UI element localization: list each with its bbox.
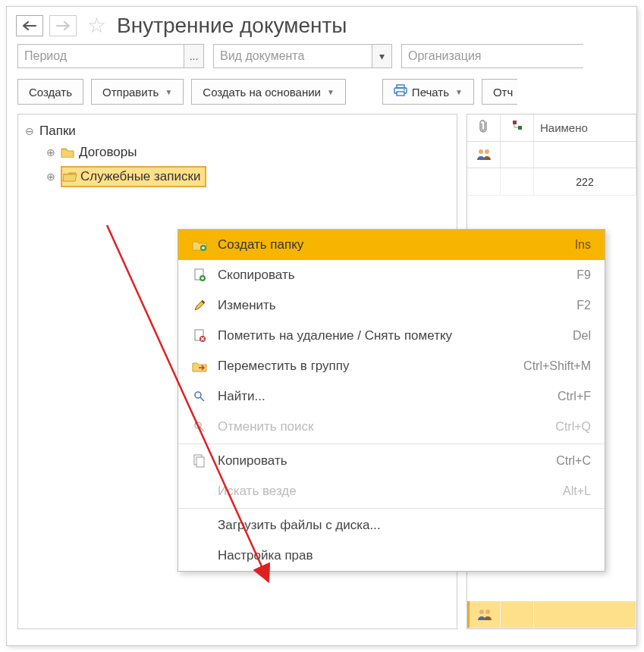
svg-point-15 [195, 392, 201, 398]
menu-copy-clipboard[interactable]: Копировать Ctrl+C [178, 446, 605, 476]
page-title: Внутренние документы [117, 14, 347, 38]
chevron-down-icon: ▼ [165, 88, 172, 96]
svg-point-8 [479, 610, 484, 614]
menu-search-everywhere: Искать везде Alt+L [178, 476, 605, 506]
copy-icon [192, 454, 207, 468]
menu-create-folder[interactable]: Создать папку Ins [178, 230, 605, 260]
create-button[interactable]: Создать [17, 79, 83, 105]
svg-point-3 [404, 89, 405, 90]
status-tree-icon [511, 120, 523, 136]
report-button[interactable]: Отч [482, 79, 517, 105]
chevron-down-icon: ▼ [455, 88, 463, 96]
column-name-header[interactable]: Наимено [534, 114, 636, 141]
svg-rect-2 [397, 92, 404, 96]
printer-icon [394, 84, 407, 100]
doctype-dropdown-button[interactable]: ▾ [372, 44, 392, 68]
svg-point-9 [485, 610, 490, 614]
tree-node-memos[interactable]: ⊕ Служебные записки [44, 163, 452, 190]
list-row[interactable] [467, 601, 636, 628]
tree-root-folders[interactable]: ⊖ Папки [23, 121, 452, 142]
period-input[interactable]: Период [17, 44, 184, 68]
svg-rect-4 [513, 121, 517, 124]
menu-rights-settings[interactable]: Настройка прав [178, 541, 605, 571]
menu-mark-delete[interactable]: Пометить на удаление / Снять пометку Del [178, 321, 605, 351]
menu-move-to-group[interactable]: Переместить в группу Ctrl+Shift+M [178, 351, 605, 381]
column-status[interactable] [501, 114, 534, 141]
nav-forward-button[interactable] [49, 15, 77, 36]
menu-copy-object[interactable]: Скопировать F9 [178, 260, 605, 290]
page-add-icon [192, 268, 207, 282]
print-button[interactable]: Печать▼ [382, 79, 474, 105]
paperclip-icon [479, 119, 489, 136]
svg-point-6 [479, 149, 483, 154]
folder-context-menu: Создать папку Ins Скопировать F9 Изменит… [177, 229, 605, 572]
create-based-on-button[interactable]: Создать на основании▼ [191, 79, 346, 105]
period-picker-button[interactable]: ... [184, 44, 204, 68]
send-button[interactable]: Отправить▼ [91, 79, 184, 105]
search-icon [192, 390, 207, 403]
column-attachment[interactable] [467, 114, 501, 141]
chevron-down-icon: ▼ [327, 88, 335, 96]
svg-rect-18 [196, 457, 204, 467]
menu-cancel-find: Отменить поиск Ctrl+Q [178, 412, 605, 442]
tree-node-contracts[interactable]: ⊕ Договоры [44, 142, 452, 163]
organization-select[interactable]: Организация [401, 44, 583, 68]
list-row[interactable]: 222 [467, 168, 636, 196]
svg-rect-5 [518, 126, 522, 130]
folder-add-icon [192, 239, 207, 251]
people-icon [476, 148, 492, 161]
nav-back-button[interactable] [16, 15, 43, 36]
delete-mark-icon [192, 329, 207, 343]
search-cancel-icon [192, 421, 207, 433]
expand-icon[interactable]: ⊕ [46, 171, 56, 182]
doctype-select[interactable]: Вид документа [213, 44, 372, 68]
pencil-icon [192, 299, 207, 312]
svg-point-7 [485, 149, 489, 154]
expand-icon[interactable]: ⊕ [46, 147, 56, 158]
favorite-star-icon[interactable]: ☆ [87, 13, 106, 38]
collapse-icon[interactable]: ⊖ [24, 126, 35, 136]
menu-upload-files[interactable]: Загрузить файлы с диска... [178, 510, 605, 541]
folder-move-icon [192, 360, 207, 372]
menu-edit[interactable]: Изменить F2 [178, 290, 605, 321]
people-icon [476, 608, 493, 622]
menu-find[interactable]: Найти... Ctrl+F [178, 381, 605, 412]
folder-open-icon [62, 171, 76, 182]
folder-icon [61, 147, 74, 158]
